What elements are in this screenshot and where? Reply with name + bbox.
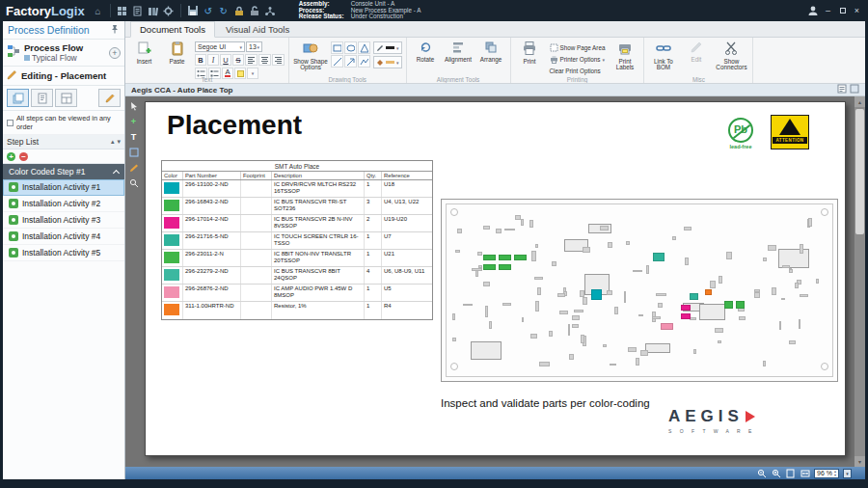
polyline-shape-icon[interactable]	[358, 55, 370, 68]
pcb-component	[539, 362, 550, 366]
printer-options-button[interactable]: Printer Options ▾	[548, 54, 608, 65]
process-flow-row[interactable]: Process Flow Typical Flow +	[3, 40, 124, 67]
settings-gear-icon[interactable]	[162, 4, 176, 17]
scroll-up-icon[interactable]: ▴	[854, 96, 865, 107]
arrange-button[interactable]: Arrange	[476, 40, 506, 63]
step-item[interactable]: Installation Activity #2	[3, 196, 124, 212]
undo-icon[interactable]: ↺	[202, 4, 215, 17]
color-coded-part	[499, 264, 511, 270]
paste-button[interactable]: Paste	[162, 40, 192, 65]
edit-step-button[interactable]	[98, 89, 121, 107]
doc-properties-icon[interactable]	[837, 84, 847, 95]
workflow-icon[interactable]	[263, 4, 277, 17]
line-shape-icon[interactable]	[331, 55, 343, 68]
align-left-icon[interactable]	[245, 54, 258, 66]
step-item[interactable]: Installation Activity #3	[3, 212, 124, 229]
tab-document-tools[interactable]: Document Tools	[130, 21, 215, 38]
add-step-icon[interactable]: +	[7, 152, 15, 161]
pcb-component	[504, 229, 515, 230]
italic-button[interactable]: I	[207, 54, 219, 66]
scroll-down-icon[interactable]: ▾	[854, 456, 865, 467]
rectangle-shape-icon[interactable]	[331, 41, 343, 54]
text-tool-icon[interactable]: T	[128, 131, 140, 143]
view-documents-button[interactable]	[31, 89, 53, 107]
instruction-note: Inspect and validate parts per color-cod…	[441, 397, 650, 409]
view-layout-button[interactable]	[55, 89, 77, 107]
home-icon[interactable]: ⌂	[92, 4, 105, 17]
zoom-in-icon[interactable]	[771, 468, 781, 478]
align-right-icon[interactable]	[272, 54, 285, 66]
remove-step-icon[interactable]: −	[19, 152, 28, 161]
rotate-button[interactable]: Rotate	[411, 40, 441, 63]
pcb-component	[572, 324, 579, 328]
show-connectors-button[interactable]: Show Connectors	[714, 40, 748, 71]
edit-button[interactable]: Edit	[681, 40, 711, 63]
close-button[interactable]: ×	[850, 5, 864, 17]
pcb-diagram[interactable]	[441, 199, 838, 382]
clear-print-options-button[interactable]: Clear Print Options	[548, 66, 608, 76]
fit-page-icon[interactable]	[785, 468, 796, 478]
print-button[interactable]: Print	[515, 40, 545, 65]
documents-icon[interactable]	[131, 4, 145, 17]
assembly-info: Assembly:Console Unit - A Process:New Pr…	[299, 1, 421, 20]
save-icon[interactable]	[186, 4, 200, 17]
link-to-bom-button[interactable]: Link To BOM	[648, 40, 678, 71]
strikethrough-button[interactable]: S	[232, 54, 244, 66]
show-shape-options-button[interactable]: Show Shape Options	[293, 40, 328, 71]
minimize-button[interactable]: –	[821, 5, 835, 17]
shape-tool-icon[interactable]	[128, 147, 140, 158]
ellipse-shape-icon[interactable]	[344, 41, 357, 54]
unlock-icon[interactable]	[248, 4, 261, 17]
zoom-tool-icon[interactable]	[128, 177, 140, 189]
add-item-icon[interactable]: +	[128, 116, 140, 127]
step-item[interactable]: Installation Activity #4	[3, 229, 124, 245]
bold-button[interactable]: B	[195, 54, 206, 66]
document-page[interactable]: Placement Pb lead-free ATTENTION SMT Aut…	[145, 101, 846, 456]
pcb-component	[580, 290, 584, 297]
zoom-out-icon[interactable]	[756, 468, 767, 478]
fit-width-icon[interactable]	[800, 468, 810, 478]
tab-visual-aid-tools[interactable]: Visual Aid Tools	[217, 22, 298, 37]
print-labels-button[interactable]: Print Labels	[610, 40, 639, 71]
view-steps-button[interactable]	[7, 89, 29, 107]
align-center-icon[interactable]	[258, 54, 271, 66]
step-item[interactable]: Installation Activity #1	[3, 179, 124, 196]
select-tool-icon[interactable]	[128, 100, 140, 112]
fill-color-picker[interactable]: ▾	[373, 56, 402, 68]
arrow-shape-icon[interactable]	[344, 55, 357, 68]
pcb-component	[715, 328, 723, 333]
line-color-picker[interactable]: ▾	[373, 41, 402, 54]
pcb-component	[607, 290, 612, 295]
zoom-dropdown[interactable]: ▾	[843, 469, 852, 478]
zoom-level-input[interactable]: 96 % ▴▾	[814, 469, 839, 478]
restore-button[interactable]	[835, 5, 850, 17]
redo-icon[interactable]: ↻	[217, 4, 231, 17]
font-family-select[interactable]: Segoe UI▾	[195, 41, 245, 52]
order-checkbox[interactable]	[7, 120, 14, 126]
grid-view-icon[interactable]	[116, 4, 129, 17]
step-item[interactable]: Installation Activity #5	[3, 245, 124, 261]
lock-icon[interactable]	[232, 4, 246, 17]
vertical-scrollbar[interactable]: ▴ ▾	[854, 96, 865, 467]
pin-icon[interactable]	[110, 24, 120, 36]
insert-button[interactable]: Insert	[129, 40, 159, 65]
step-group-header[interactable]: Color Coded Step #1	[3, 164, 124, 179]
user-icon[interactable]	[806, 4, 820, 17]
document-canvas[interactable]: + T Placement Pb lead-free ATTENTION	[125, 96, 865, 467]
expand-icon[interactable]: ▾	[117, 138, 121, 146]
doc-refresh-icon[interactable]	[850, 84, 859, 95]
collapse-icon[interactable]: ▴	[111, 138, 115, 146]
alignment-icon	[451, 41, 465, 56]
add-flow-button[interactable]: +	[109, 47, 121, 59]
underline-button[interactable]: U	[220, 54, 231, 66]
font-size-select[interactable]: 13▾	[246, 41, 262, 52]
pencil-tool-icon[interactable]	[128, 162, 140, 174]
library-icon[interactable]	[147, 4, 160, 17]
alignment-button[interactable]: Alignment	[444, 40, 474, 63]
pcb-component	[502, 303, 512, 306]
print-labels-icon	[617, 41, 633, 58]
scrollbar-thumb[interactable]	[855, 109, 864, 234]
smt-auto-place-table[interactable]: SMT Auto Place ColorPart NumberFootprint…	[161, 160, 433, 320]
triangle-shape-icon[interactable]	[358, 41, 370, 54]
show-page-area-button[interactable]: Show Page Area	[548, 42, 608, 53]
